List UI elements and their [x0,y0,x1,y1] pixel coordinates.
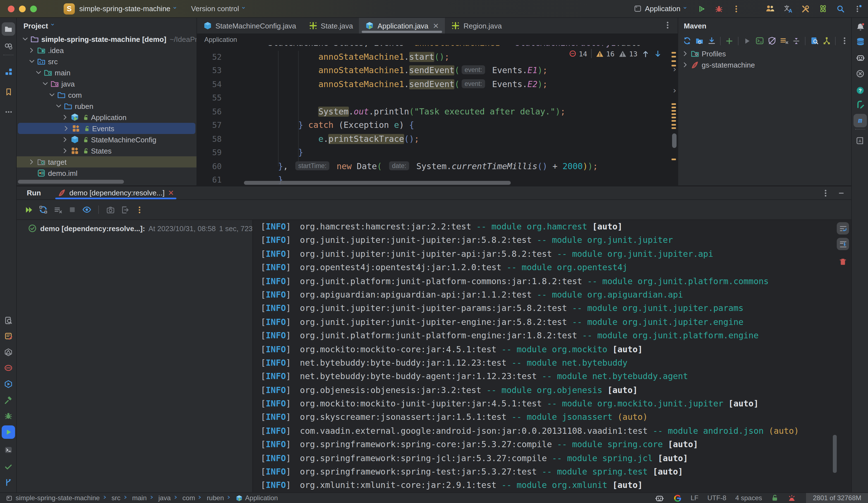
tool-window-button-structure[interactable] [2,65,15,78]
project-tree-item-target[interactable]: target [17,156,196,167]
tool-window-button-find-doc[interactable] [2,314,15,327]
editor-horizontal-scrollbar[interactable] [244,181,511,185]
project-tree-item-java[interactable]: java [17,78,196,89]
run-toolbar-restart-button[interactable] [37,203,50,216]
editor-tab-application-java[interactable]: Application.java✕ [359,18,445,33]
maven-toolbar-download-button[interactable] [705,35,717,47]
tool-window-button-book[interactable]: A [854,134,867,147]
tool-window-button-run-play[interactable] [2,425,15,439]
maven-toolbar-terminal-green-button[interactable] [754,35,765,47]
tree-chevron-icon[interactable] [34,69,43,76]
lock-icon[interactable] [771,494,779,502]
run-toolbar-clear-button[interactable] [51,203,64,216]
zoom-window-button[interactable] [30,5,37,12]
search-everywhere-icon[interactable] [836,4,845,13]
breadcrumb-item-application[interactable]: Application [236,494,278,502]
maven-toolbar-doc-find-button[interactable] [808,35,820,47]
tree-chevron-icon[interactable] [48,91,56,99]
maven-toolbar-sync-folder-button[interactable] [693,35,705,47]
maven-toolbar-kebab-gray-button[interactable] [838,35,850,47]
maven-toolbar-play-gray-button[interactable] [741,35,753,47]
code-editor[interactable]: StateMachine<States, Events> annoStateMa… [197,45,678,185]
tool-window-button-bug-green[interactable] [2,409,15,423]
hide-panel-icon[interactable] [838,189,846,197]
tree-chevron-icon[interactable] [61,136,70,143]
run-toolbar-export-button[interactable] [118,203,131,216]
breadcrumb-item-main[interactable]: main [132,494,146,502]
tool-window-button-project[interactable] [2,22,15,36]
run-toolbar-rerun-button[interactable] [22,203,35,216]
expand-region-icon[interactable]: › [672,64,677,74]
settings-menu-icon[interactable] [854,4,862,13]
soft-wrap-button[interactable] [837,222,849,235]
tool-window-button-x-circle[interactable] [854,67,867,80]
project-tree-item-statemachineconfig[interactable]: StateMachineConfig [17,134,196,145]
project-tree-item--idea[interactable]: .idea [17,45,196,56]
tool-window-button-git-branch[interactable] [2,476,15,489]
project-tree-item-events[interactable]: Events [18,123,195,134]
maven-tree-item-gs-statemachine[interactable]: gs-statemachine [678,59,851,70]
project-tree-item-src[interactable]: src [17,56,196,67]
google-icon[interactable] [673,494,682,502]
tool-window-button-database[interactable] [854,34,867,48]
close-window-button[interactable] [8,5,14,12]
run-toolbar-eye-button[interactable] [80,203,93,216]
sticky-context-line[interactable]: Application [197,34,678,45]
maven-toolbar-add-green-button[interactable] [723,35,735,47]
tree-chevron-icon[interactable] [55,102,63,110]
project-tree-item-demo-iml[interactable]: demo.iml [17,167,196,179]
tree-chevron-icon[interactable] [61,114,70,121]
scroll-to-end-button[interactable] [837,238,849,250]
breadcrumb-item-com[interactable]: com [183,494,195,502]
indent-widget[interactable]: 4 spaces [735,494,762,502]
maven-toolbar-analyze-button[interactable] [820,35,832,47]
chevron-down-icon[interactable] [51,23,56,29]
tool-window-button-graphql[interactable] [2,346,15,359]
tool-window-button-bookmarks[interactable] [2,85,15,98]
breadcrumb-item-src[interactable]: src [111,494,120,502]
tree-chevron-icon[interactable] [28,58,36,65]
breadcrumb-item-ruben[interactable]: ruben [207,494,224,502]
tool-window-button-pen-teal[interactable] [854,98,867,111]
run-console[interactable]: [INFO]org.hamcrest:hamcrest:jar:2.2:test… [252,220,851,492]
project-tree-item-ruben[interactable]: ruben [17,101,196,112]
ai-robot-icon[interactable] [655,493,664,503]
project-tree-item-states[interactable]: States [17,145,196,156]
run-result-row[interactable]: demo [dependency:resolve...]: At 2023/10… [17,222,252,235]
tools-icon[interactable] [801,4,810,13]
code-with-me-icon[interactable] [765,4,775,13]
run-toolbar-camera-button[interactable] [104,203,117,216]
breadcrumb-item-java[interactable]: java [158,494,171,502]
tree-chevron-icon[interactable] [61,147,70,154]
editor-tab-region-java[interactable]: Region.java [445,18,508,33]
tree-chevron-icon[interactable] [63,125,71,132]
tree-chevron-icon[interactable] [41,80,50,88]
run-tab-demo[interactable]: demo [dependency:resolve...] ✕ [55,186,176,199]
inspections-widget[interactable]: 14 16 13 [567,48,664,59]
tree-chevron-icon[interactable] [28,158,36,165]
maven-tree-item-profiles[interactable]: Profiles [678,48,851,59]
line-ending-widget[interactable]: LF [691,494,698,502]
more-run-options-icon[interactable] [732,4,741,13]
editor-tab-state-java[interactable]: State.java [302,18,359,33]
project-tree-item-com[interactable]: com [17,89,196,101]
tree-chevron-icon[interactable] [21,35,30,43]
tool-window-button-robot[interactable] [854,51,867,64]
run-button[interactable] [697,4,706,13]
tool-window-button-commit-check[interactable] [2,460,15,473]
tree-chevron-icon[interactable] [682,61,690,69]
tool-window-button-build[interactable] [2,393,15,407]
next-problem-icon[interactable] [654,49,662,58]
debug-button[interactable] [714,4,723,13]
project-tree-item-simple-spring-state-machine-demo-[interactable]: simple-spring-state-machine [demo]~/Idea… [17,33,196,45]
tool-window-button-services[interactable] [2,377,15,391]
maven-toolbar-mute-list-button[interactable] [778,35,790,47]
project-selector[interactable]: simple-spring-state-machine [79,4,179,13]
console-vertical-scrollbar[interactable] [833,435,837,473]
plugins-atom-icon[interactable] [818,4,828,13]
expand-region-icon[interactable]: › [672,85,677,95]
project-tree-item-main[interactable]: main [17,67,196,78]
run-options-icon[interactable] [821,188,830,197]
tool-window-button-terminal[interactable] [2,443,15,457]
previous-problem-icon[interactable] [641,49,650,58]
